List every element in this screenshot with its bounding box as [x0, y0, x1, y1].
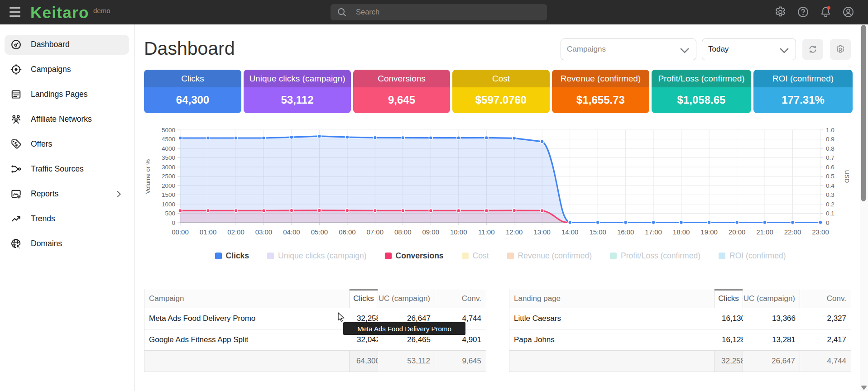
svg-text:USD: USD: [844, 170, 850, 183]
svg-text:01:00: 01:00: [200, 228, 217, 236]
svg-text:3000: 3000: [162, 164, 175, 171]
svg-text:10:00: 10:00: [450, 228, 467, 236]
svg-text:0.1: 0.1: [826, 210, 834, 217]
svg-text:00:00: 00:00: [172, 228, 189, 236]
svg-text:23:00: 23:00: [812, 228, 829, 236]
svg-text:12:00: 12:00: [506, 228, 523, 236]
svg-text:05:00: 05:00: [311, 228, 328, 236]
svg-text:09:00: 09:00: [422, 228, 440, 236]
svg-text:21:00: 21:00: [756, 228, 773, 236]
svg-text:14:00: 14:00: [561, 228, 579, 236]
svg-text:5000: 5000: [162, 127, 175, 134]
svg-text:03:00: 03:00: [255, 228, 273, 236]
svg-text:0.8: 0.8: [826, 145, 834, 152]
svg-text:0: 0: [826, 219, 830, 226]
svg-text:19:00: 19:00: [700, 228, 718, 236]
svg-text:0.4: 0.4: [826, 182, 834, 189]
svg-text:0.3: 0.3: [826, 191, 834, 198]
svg-text:4000: 4000: [162, 145, 175, 152]
svg-text:1000: 1000: [162, 201, 175, 208]
svg-text:06:00: 06:00: [339, 228, 356, 236]
svg-text:08:00: 08:00: [394, 228, 412, 236]
svg-text:4500: 4500: [162, 136, 175, 143]
svg-text:13:00: 13:00: [533, 228, 551, 236]
svg-text:02:00: 02:00: [227, 228, 245, 236]
svg-text:2000: 2000: [162, 182, 175, 189]
svg-text:16:00: 16:00: [617, 228, 634, 236]
svg-text:11:00: 11:00: [478, 228, 494, 236]
svg-text:15:00: 15:00: [589, 228, 606, 236]
svg-text:0: 0: [172, 219, 175, 226]
svg-text:20:00: 20:00: [729, 228, 746, 236]
svg-text:04:00: 04:00: [283, 228, 300, 236]
svg-text:3500: 3500: [162, 154, 175, 161]
svg-text:2500: 2500: [162, 173, 175, 180]
svg-text:0.9: 0.9: [826, 136, 834, 143]
svg-text:500: 500: [165, 210, 175, 217]
svg-text:18:00: 18:00: [673, 228, 690, 236]
svg-text:1500: 1500: [162, 191, 175, 198]
svg-text:17:00: 17:00: [645, 228, 662, 236]
svg-text:Volume or %: Volume or %: [144, 159, 151, 194]
svg-text:0.5: 0.5: [826, 173, 834, 180]
svg-text:0.6: 0.6: [826, 164, 834, 171]
svg-text:1.0: 1.0: [826, 127, 834, 134]
svg-text:22:00: 22:00: [784, 228, 801, 236]
svg-text:0.2: 0.2: [826, 201, 834, 208]
svg-text:07:00: 07:00: [367, 228, 384, 236]
svg-text:0.7: 0.7: [826, 154, 834, 161]
